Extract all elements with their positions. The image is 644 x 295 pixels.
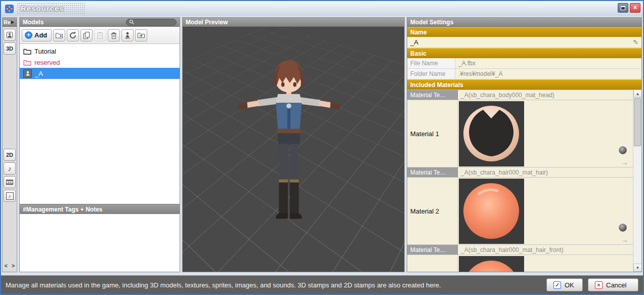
sidebar-button-3d[interactable]: 3D (4, 43, 16, 55)
cancel-button[interactable]: × Cancel (588, 278, 638, 291)
file-name-value: _A.fbx (455, 58, 641, 68)
apply-arrow-icon[interactable]: → (621, 158, 628, 166)
category-rail: Re ▸ 3D 2D ♪ (2, 17, 17, 272)
sidebar-button-movie[interactable] (4, 176, 16, 188)
material-ball-icon[interactable] (617, 144, 628, 155)
folder-icon-pink (23, 59, 31, 66)
copy-icon (82, 31, 91, 39)
search-box[interactable] (126, 19, 177, 26)
window-title: Resources (21, 4, 64, 13)
tree-item-label: Tutorial (34, 48, 56, 55)
ok-button[interactable]: ✓ OK (546, 278, 583, 291)
name-field[interactable]: _A ✎ (407, 37, 641, 48)
notes-area[interactable] (20, 214, 180, 272)
models-toolbar: + Add (20, 27, 180, 44)
material-sphere-preview[interactable] (459, 256, 524, 272)
rail-scroll-left[interactable]: < (5, 263, 8, 269)
add-button[interactable]: + Add (22, 29, 52, 41)
character-model (232, 54, 346, 228)
folder-name-row: Folder Name .¥res¥model¥_A (407, 69, 641, 79)
models-panel: Models + Add (19, 17, 180, 272)
material-row (407, 255, 633, 272)
tree-item-a[interactable]: _A (20, 68, 180, 79)
rail-scroll-right[interactable]: > (12, 263, 15, 269)
scrollbar-thumb[interactable] (634, 98, 641, 146)
ok-button-label: OK (565, 281, 574, 289)
tree-item-label: _A (35, 70, 43, 77)
material-label (407, 255, 458, 272)
x-icon: × (595, 281, 603, 289)
restore-button[interactable] (618, 3, 628, 13)
new-folder-icon (55, 31, 63, 39)
copy-button[interactable] (80, 29, 93, 41)
sidebar-button-sprite[interactable] (4, 29, 16, 41)
section-included-materials: Included Materials (407, 79, 641, 90)
import-button[interactable] (135, 29, 147, 41)
cancel-button-label: Cancel (606, 281, 626, 289)
preview-header: Model Preview (183, 18, 404, 27)
models-header-label: Models (23, 19, 44, 26)
settings-header: Model Settings (407, 18, 641, 27)
file-name-label: File Name (407, 58, 455, 68)
folder-icon (23, 48, 31, 55)
models-header: Models (20, 18, 180, 27)
material-texture-name[interactable]: _A(sb_chara_hair000_mat_hair_front) (458, 245, 633, 255)
paste-icon (96, 31, 104, 39)
refresh-icon (69, 31, 77, 39)
edit-pencil-icon[interactable]: ✎ (633, 38, 638, 46)
sprite-icon (6, 31, 14, 39)
material-content: → (458, 100, 633, 167)
footer-bar: Manage all materials used in the game, i… (1, 275, 643, 294)
trash-icon (110, 31, 118, 39)
scroll-up-button[interactable]: ▲ (633, 90, 641, 98)
sidebar-button-2d[interactable]: 2D (4, 149, 16, 161)
new-folder-button[interactable] (53, 29, 65, 41)
folder-name-value: .¥res¥model¥_A (455, 69, 641, 79)
search-icon (129, 19, 135, 25)
materials-scroll-content: Material Te… _A(sb_chara_body000_mat_hea… (407, 90, 633, 272)
material-texture-name[interactable]: _A(sb_chara_hair000_mat_hair) (458, 167, 633, 177)
rail-header[interactable]: Re ▸ (3, 18, 17, 27)
material-label: Material 2 (407, 178, 458, 244)
material-content: → (458, 178, 633, 244)
sidebar-button-music[interactable]: ♪ (4, 162, 16, 175)
delete-button[interactable] (108, 29, 120, 41)
rail-header-label: Re (4, 19, 11, 25)
rail-body: 3D 2D ♪ ♪ < > (3, 27, 17, 272)
materials-list: Material Te… _A(sb_chara_body000_mat_hea… (407, 90, 641, 272)
close-button[interactable]: × (630, 3, 640, 13)
import-folder-icon (137, 31, 145, 39)
section-basic: Basic (407, 48, 641, 58)
material-sphere-preview[interactable] (459, 179, 524, 244)
plus-icon: + (25, 31, 32, 39)
tree-item-reserved[interactable]: reserved (20, 57, 180, 68)
resources-window: Resources × Re ▸ 3D (0, 0, 644, 295)
material-texture-label: Material Te… (407, 90, 458, 100)
rail-nav: < > (5, 263, 15, 270)
material-texture-row: Material Te… _A(sb_chara_hair000_mat_hai… (407, 245, 633, 255)
folder-name-label: Folder Name (407, 69, 455, 79)
material-texture-name[interactable]: _A(sb_chara_body000_mat_head) (458, 90, 633, 100)
app-icon (5, 4, 14, 14)
export-model-button[interactable] (121, 29, 134, 41)
tree-item-tutorial[interactable]: Tutorial (20, 46, 180, 57)
figure-icon (123, 31, 132, 39)
film-icon (6, 178, 14, 186)
music-icon: ♪ (8, 164, 12, 173)
material-sphere-preview[interactable] (459, 101, 524, 166)
expand-icon[interactable]: ▸ (11, 19, 14, 25)
settings-panel: Model Settings Name _A ✎ Basic File Name… (407, 17, 642, 272)
3d-badge: 3D (6, 46, 13, 52)
sidebar-button-se[interactable]: ♪ (4, 190, 16, 202)
material-ball-icon[interactable] (617, 221, 628, 232)
apply-arrow-icon[interactable]: → (621, 236, 628, 243)
footer-description: Manage all materials used in the game, i… (6, 281, 541, 289)
tree-item-label: reserved (34, 59, 60, 66)
scroll-down-button[interactable]: ▼ (633, 264, 641, 272)
3d-viewport[interactable] (183, 27, 404, 272)
model-tree: Tutorial reserved _A (20, 44, 180, 204)
materials-scrollbar[interactable]: ▲ ▼ (633, 90, 641, 272)
paste-button[interactable] (94, 29, 106, 41)
refresh-button[interactable] (67, 29, 79, 41)
material-row: Material 1 (407, 100, 633, 167)
